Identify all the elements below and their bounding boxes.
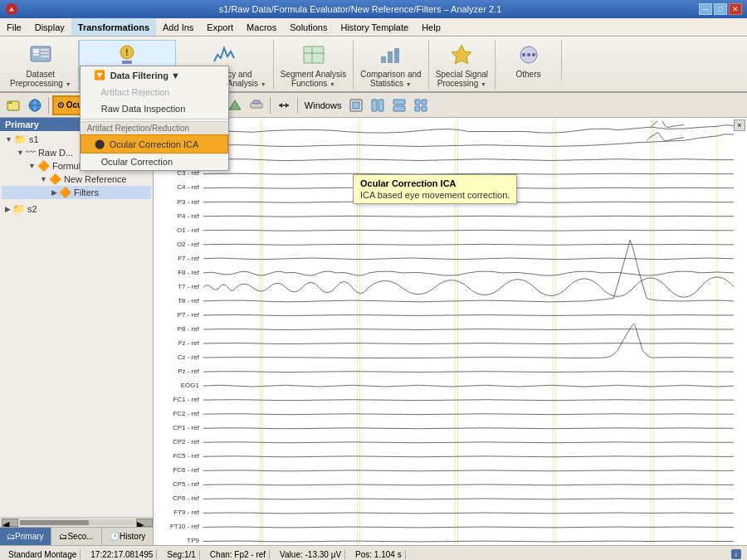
tree-view[interactable]: ▼ 📁 s1 ▼ 〰 Raw D... ▼ 🔶 Formula Evaluato… (0, 131, 153, 517)
dropdown-ocular-correction-ica[interactable]: ⬤ Ocular Correction ICA (81, 134, 228, 153)
svg-rect-15 (388, 51, 393, 63)
sidebar-tab-primary[interactable]: 🗂 Primary (0, 528, 51, 545)
svg-rect-10 (122, 61, 132, 64)
dropdown-artifact-rejection: Artifact Rejection (81, 84, 228, 100)
oca-icon: ⬤ (95, 139, 105, 149)
ribbon-group-dataset-preprocessing[interactable]: DatasetPreprocessing ▼ (3, 40, 79, 90)
svg-text:CP2 - ref: CP2 - ref (173, 438, 200, 446)
tree-label-s2: s2 (27, 204, 37, 214)
menu-macros[interactable]: Macros (240, 18, 283, 36)
tooltip-description: ICA based eye movement correction. (360, 190, 510, 200)
sidebar-tab-secondary[interactable]: 🗂 Seco... (51, 528, 103, 545)
sidebar-tab-primary-icon: 🗂 (7, 532, 15, 541)
ribbon-label-others: Others (515, 70, 540, 79)
svg-text:P3 - ref: P3 - ref (178, 198, 200, 206)
menu-export[interactable]: Export (200, 18, 240, 36)
ribbon-label-special: Special SignalProcessing ▼ (436, 70, 488, 88)
eeg-area[interactable]: × .ch-label { font-family: Arial, sans-s… (154, 118, 747, 545)
svg-text:FT9 - ref: FT9 - ref (173, 509, 200, 517)
tree-arrow-filters: ▶ (51, 188, 57, 197)
title-controls: ─ □ ✕ (699, 3, 742, 15)
svg-marker-38 (279, 103, 282, 108)
ribbon-group-comparison[interactable]: Comparison andStatistics ▼ (354, 40, 428, 90)
toolbar-windows-btn2[interactable] (368, 95, 388, 115)
status-montage: Standard Montage (5, 550, 81, 559)
dataset-preprocessing-icon (27, 41, 54, 68)
svg-text:FC6 - ref: FC6 - ref (173, 467, 199, 475)
svg-marker-39 (286, 103, 289, 108)
scroll-right-btn[interactable]: ▶ (136, 519, 153, 527)
svg-text:O2 - ref: O2 - ref (177, 241, 200, 248)
folder-icon-s1: 📁 (14, 134, 27, 145)
windows-label: Windows (305, 100, 342, 110)
scroll-track[interactable] (20, 520, 134, 525)
sidebar-tabs: 🗂 Primary 🗂 Seco... 🕐 History (0, 527, 153, 545)
tooltip-title: Ocular Correction ICA (360, 178, 510, 188)
menu-solutions[interactable]: Solutions (283, 18, 334, 36)
svg-text:FC5 - ref: FC5 - ref (173, 452, 199, 460)
svg-rect-47 (422, 100, 427, 105)
menu-file[interactable]: File (0, 18, 28, 36)
minimize-button[interactable]: ─ (699, 3, 712, 15)
frequency-icon (211, 41, 237, 68)
svg-text:EOG1: EOG1 (181, 382, 199, 389)
tree-item-s2[interactable]: ▶ 📁 s2 (2, 202, 151, 216)
scroll-thumb[interactable] (20, 520, 89, 525)
func-icon-formula: 🔶 (37, 160, 50, 172)
app-icon: A (5, 2, 18, 16)
toolbar-btn7[interactable] (247, 95, 266, 115)
toolbar-windows-btn3[interactable] (389, 95, 409, 115)
ribbon-group-segment[interactable]: Segment AnalysisFunctions ▼ (274, 40, 354, 90)
menu-history-template[interactable]: History Template (334, 18, 415, 36)
sidebar-tab-history[interactable]: 🕐 History (102, 528, 153, 545)
filter-icon: 🔽 (94, 70, 105, 80)
menu-display[interactable]: Display (28, 18, 71, 36)
tree-item-newref[interactable]: ▼ 🔶 New Reference (2, 173, 151, 186)
sidebar-tab-history-label: History (120, 532, 145, 541)
title-bar-text: s1/Raw Data/Formula Evaluator/New Refere… (22, 4, 699, 14)
toolbar-btn8[interactable] (274, 95, 294, 115)
svg-rect-43 (378, 100, 383, 111)
svg-text:FC2 - ref: FC2 - ref (173, 410, 199, 417)
sidebar-scrollbar[interactable]: ◀ ▶ (0, 517, 153, 527)
svg-text:i: i (735, 551, 737, 558)
tree-arrow-formula: ▼ (28, 162, 36, 170)
scroll-left-btn[interactable]: ◀ (2, 519, 18, 527)
ribbon-group-special[interactable]: Special SignalProcessing ▼ (429, 40, 496, 90)
ribbon-group-others[interactable]: Others (496, 40, 562, 80)
menu-help[interactable]: Help (415, 18, 447, 36)
svg-text:C4 - ref: C4 - ref (177, 184, 200, 192)
svg-rect-49 (422, 106, 427, 111)
toolbar-world-btn[interactable] (25, 95, 45, 115)
ribbon-label-segment: Segment AnalysisFunctions ▼ (281, 70, 347, 88)
dropdown-raw-data-inspection[interactable]: Raw Data Inspection (81, 100, 228, 117)
menu-addins[interactable]: Add Ins (156, 18, 200, 36)
toolbar-open-btn[interactable] (3, 95, 23, 115)
wave-icon-rawdata: 〰 (26, 147, 36, 158)
tree-item-filters[interactable]: ▶ 🔶 Filters (2, 186, 151, 199)
svg-rect-16 (394, 48, 399, 63)
svg-marker-17 (452, 45, 471, 64)
svg-text:A: A (9, 6, 14, 13)
ribbon-group-artifact-rejection[interactable]: ! ArtifactRejection/Reduction ▼ 🔽 Data F… (79, 40, 176, 91)
tree-label-filters: Filters (74, 187, 99, 197)
tree-label-rawdata: Raw D... (38, 148, 73, 158)
artifact-dropdown-menu: 🔽 Data Filtering ▼ Artifact Rejection Ra… (80, 66, 229, 171)
svg-rect-4 (33, 54, 39, 56)
tree-label-newref: New Reference (64, 174, 127, 184)
svg-rect-46 (415, 100, 420, 105)
toolbar-windows-btn4[interactable] (411, 95, 431, 115)
svg-text:Fz - ref: Fz - ref (178, 339, 200, 347)
svg-rect-14 (381, 56, 386, 63)
toolbar-windows-btn1[interactable] (346, 95, 366, 115)
close-button[interactable]: ✕ (729, 3, 742, 15)
svg-rect-11 (304, 46, 324, 63)
eeg-close-btn[interactable]: × (734, 119, 745, 131)
dropdown-separator (81, 119, 228, 119)
status-pos: Pos: 1.104 s (352, 550, 406, 559)
dropdown-data-filtering[interactable]: 🔽 Data Filtering ▼ (81, 66, 228, 84)
dropdown-ocular-correction[interactable]: Ocular Correction (81, 153, 228, 170)
maximize-button[interactable]: □ (714, 3, 727, 15)
ribbon-content: DatasetPreprocessing ▼ ! ArtifactRejecti… (0, 37, 747, 91)
menu-transformations[interactable]: Transformations (71, 18, 156, 36)
